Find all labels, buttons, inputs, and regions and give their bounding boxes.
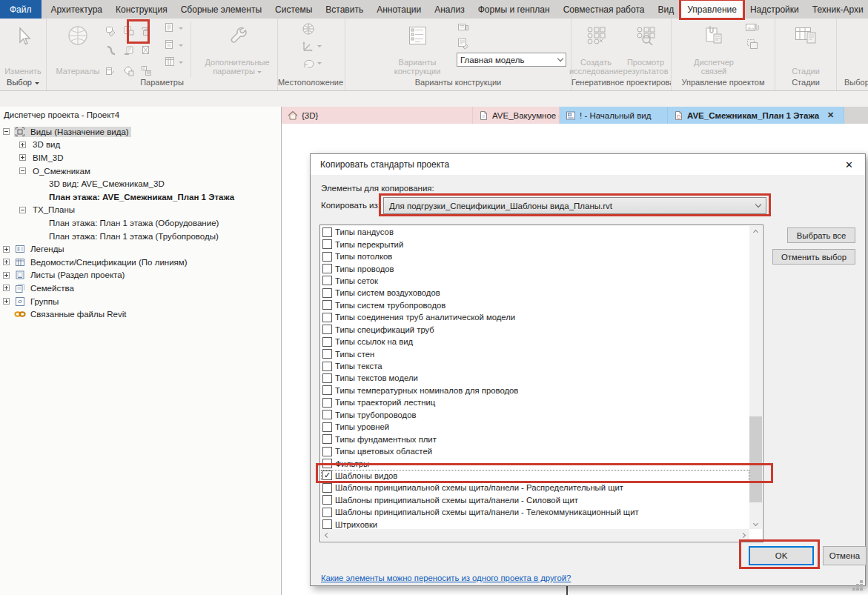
ok-button[interactable]: OK bbox=[749, 546, 814, 565]
checkbox-unchecked[interactable] bbox=[322, 252, 332, 262]
standards-list-item[interactable]: Типы ссылок на вид bbox=[321, 336, 749, 348]
collapse-icon[interactable] bbox=[19, 167, 26, 174]
checkbox-unchecked[interactable] bbox=[322, 349, 332, 359]
copy-from-select[interactable]: Для подгрузки_Спецификции_Шаблоны вида_П… bbox=[383, 197, 766, 214]
close-icon[interactable]: ✕ bbox=[841, 158, 858, 172]
collapse-icon[interactable] bbox=[3, 128, 10, 135]
tree-row[interactable]: 3D вид bbox=[0, 139, 281, 152]
vertical-scrollbar[interactable] bbox=[749, 226, 762, 529]
coordinates-button[interactable] bbox=[302, 39, 322, 53]
ribbon-tab[interactable]: Аннотации bbox=[370, 0, 428, 19]
tree-row[interactable]: BIM_3D bbox=[0, 151, 281, 164]
ribbon-tab[interactable]: Системы bbox=[268, 0, 319, 19]
standards-list-item[interactable]: Типы уровней bbox=[321, 421, 749, 433]
shared-parameters-icon[interactable] bbox=[122, 44, 135, 57]
scroll-right-icon[interactable] bbox=[741, 532, 746, 537]
phases-button[interactable]: Стадии bbox=[783, 19, 828, 77]
ribbon-tab[interactable]: Анализ bbox=[428, 0, 471, 19]
collapse-icon[interactable] bbox=[19, 207, 26, 213]
add-to-set-icon[interactable] bbox=[457, 21, 566, 34]
checkbox-unchecked[interactable] bbox=[322, 227, 332, 237]
object-styles-icon[interactable] bbox=[105, 24, 117, 37]
scrollbar-thumb[interactable] bbox=[749, 416, 762, 502]
checkbox-unchecked[interactable] bbox=[322, 264, 332, 273]
ribbon-tab[interactable]: Совместная работа bbox=[557, 0, 652, 19]
checkbox-unchecked[interactable] bbox=[322, 373, 332, 383]
help-link[interactable]: Какие элементы можно переносить из одног… bbox=[321, 574, 571, 582]
standards-list-item[interactable]: Типы систем трубопроводов bbox=[321, 299, 749, 311]
standards-list-item[interactable]: ✓Шаблоны видов bbox=[321, 470, 749, 482]
tree-row[interactable]: О_Смежникам bbox=[0, 164, 281, 178]
ribbon-tab[interactable]: Сборные элементы bbox=[174, 0, 268, 19]
checkbox-unchecked[interactable] bbox=[322, 239, 332, 249]
standards-list-item[interactable]: Типы траекторий лестниц bbox=[321, 396, 749, 408]
tree-row[interactable]: План этажа: План 1 этажа (Оборудование) bbox=[0, 216, 281, 230]
view-tab[interactable]: AVE_Вакуумное оборудование_Пл... bbox=[473, 107, 560, 124]
checkbox-unchecked[interactable] bbox=[322, 337, 332, 347]
checkbox-unchecked[interactable] bbox=[322, 519, 332, 529]
create-study-button[interactable]: Создать исследование bbox=[572, 19, 620, 77]
standards-list-item[interactable]: Типы текстов модели bbox=[321, 372, 749, 384]
clear-selection-button[interactable]: Отменить выбор bbox=[772, 249, 855, 265]
view-results-button[interactable]: Просмотр результатов bbox=[621, 19, 670, 77]
standards-list-item[interactable]: Типы текста bbox=[321, 360, 749, 372]
mep-settings-icon[interactable] bbox=[140, 64, 153, 77]
checkbox-unchecked[interactable] bbox=[322, 385, 332, 395]
standards-list-item[interactable]: Фильтры bbox=[321, 457, 749, 469]
checkbox-unchecked[interactable] bbox=[322, 276, 332, 285]
ribbon-tab[interactable]: Вставить bbox=[319, 0, 370, 19]
tree-row[interactable]: 3D вид: AVE_Смежникам_3D bbox=[0, 177, 281, 190]
tree-row[interactable]: Группы bbox=[0, 295, 281, 308]
ribbon-tab[interactable]: Формы и генплан bbox=[471, 0, 557, 19]
standards-list-item[interactable]: Типы стен bbox=[321, 348, 749, 359]
purge-unused-icon[interactable] bbox=[140, 44, 153, 57]
standards-list-item[interactable]: Типы соединения труб аналитической модел… bbox=[321, 311, 749, 323]
checkbox-unchecked[interactable] bbox=[322, 495, 332, 505]
ribbon-tab-file[interactable]: Файл bbox=[0, 0, 42, 19]
checkbox-unchecked[interactable] bbox=[322, 422, 332, 432]
expand-icon[interactable] bbox=[3, 259, 10, 265]
tree-row[interactable]: Легенды bbox=[0, 242, 281, 256]
transfer-project-standards-icon[interactable] bbox=[140, 24, 153, 37]
standards-list-item[interactable]: Типы пандусов bbox=[321, 226, 749, 238]
ribbon-tab[interactable]: Управление bbox=[680, 0, 743, 19]
position-button[interactable] bbox=[302, 56, 322, 70]
standards-list-item[interactable]: Шаблоны принципиальной схемы щита/панели… bbox=[321, 494, 749, 506]
decal-types-icon[interactable] bbox=[744, 38, 759, 50]
standards-list-item[interactable]: Шаблоны принципиальной схемы щита/панели… bbox=[321, 482, 749, 493]
active-design-option-select[interactable]: Главная модель bbox=[457, 53, 566, 67]
tree-row[interactable]: ТХ_Планы bbox=[0, 204, 281, 217]
expand-icon[interactable] bbox=[3, 298, 10, 305]
checkbox-unchecked[interactable] bbox=[322, 398, 332, 408]
standards-list-item[interactable]: Типы фундаментных плит bbox=[321, 433, 749, 445]
standards-list-item[interactable]: Типы сеток bbox=[321, 275, 749, 287]
materials-button[interactable]: Материалы bbox=[54, 19, 102, 77]
checkbox-unchecked[interactable] bbox=[322, 325, 332, 334]
checkbox-unchecked[interactable] bbox=[322, 300, 332, 310]
checkbox-checked[interactable]: ✓ bbox=[322, 471, 332, 480]
view-tab[interactable]: ! - Начальный вид bbox=[560, 107, 668, 124]
structural-settings-icon[interactable] bbox=[122, 64, 135, 77]
resize-grip[interactable] bbox=[860, 580, 863, 583]
modify-button[interactable]: Изменить bbox=[0, 19, 46, 77]
project-units-icon[interactable] bbox=[105, 64, 117, 77]
close-view-icon[interactable]: ✕ bbox=[827, 110, 834, 120]
design-settings-button[interactable] bbox=[164, 39, 183, 51]
select-all-button[interactable]: Выбрать все bbox=[787, 227, 855, 243]
ribbon-tab[interactable]: Надстройки bbox=[743, 0, 806, 19]
expand-icon[interactable] bbox=[19, 154, 26, 161]
standards-list-item[interactable]: Типы потолков bbox=[321, 250, 749, 262]
checkbox-unchecked[interactable] bbox=[322, 410, 332, 419]
ribbon-tab[interactable]: Вид bbox=[651, 0, 680, 19]
standards-list-item[interactable]: Типы проводов bbox=[321, 262, 749, 274]
cancel-button[interactable]: Отмена bbox=[823, 546, 867, 565]
standards-list-item[interactable]: Типы спецификаций труб bbox=[321, 324, 749, 336]
scroll-left-icon[interactable] bbox=[325, 532, 330, 537]
project-parameters-icon[interactable] bbox=[105, 44, 117, 57]
view-tab[interactable]: AVE_Смежникам_План 1 Этажа✕ bbox=[668, 107, 844, 124]
expand-icon[interactable] bbox=[3, 246, 10, 253]
tree-row[interactable]: Листы (Раздел проекта) bbox=[0, 269, 281, 282]
dialog-title-bar[interactable]: Копировать стандарты проекта ✕ bbox=[311, 154, 865, 175]
standards-list-item[interactable]: Штриховки bbox=[321, 519, 749, 530]
pick-to-edit-icon[interactable] bbox=[457, 37, 566, 50]
